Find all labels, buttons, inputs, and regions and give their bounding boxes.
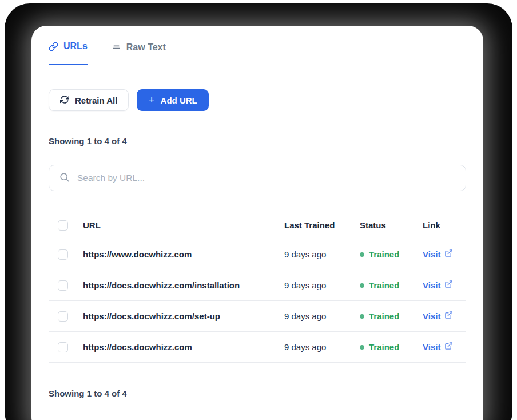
visit-link[interactable]: Visit [423,249,453,259]
retrain-all-button[interactable]: Retrain All [49,89,129,111]
external-link-icon [444,342,453,352]
url-cell: https://docs.docwhizz.com [83,342,284,352]
select-all-checkbox[interactable] [58,220,68,231]
visit-link-label: Visit [423,280,440,290]
results-summary-bottom: Showing 1 to 4 of 4 [49,389,466,398]
status-badge: Trained [360,280,423,290]
status-badge: Trained [360,311,423,321]
table-row: https://docs.docwhizz.com/installation 9… [49,270,466,301]
table-row: https://www.docwhizz.com 9 days ago Trai… [49,239,466,270]
column-header-status: Status [360,220,423,230]
text-lines-icon [112,42,121,52]
add-url-label: Add URL [161,96,197,105]
visit-link[interactable]: Visit [423,342,453,352]
last-trained-cell: 9 days ago [284,342,360,352]
urls-table: URL Last Trained Status Link https://www… [49,212,466,363]
external-link-icon [444,249,453,259]
column-header-last-trained: Last Trained [284,220,360,230]
status-dot-icon [360,314,364,319]
tab-raw-text[interactable]: Raw Text [112,41,166,65]
add-url-button[interactable]: + Add URL [137,89,208,111]
visit-link[interactable]: Visit [423,280,453,290]
row-checkbox[interactable] [58,311,68,322]
status-label: Trained [369,280,399,290]
tab-raw-text-label: Raw Text [126,42,166,53]
status-badge: Trained [360,342,423,352]
results-summary-top: Showing 1 to 4 of 4 [49,136,466,146]
visit-link-label: Visit [423,249,440,259]
column-header-url: URL [83,220,284,230]
last-trained-cell: 9 days ago [284,311,360,321]
row-checkbox[interactable] [58,342,68,352]
visit-link[interactable]: Visit [423,311,453,321]
table-header-row: URL Last Trained Status Link [49,212,466,239]
status-label: Trained [369,311,399,321]
status-label: Trained [369,249,399,259]
status-dot-icon [360,252,364,257]
status-dot-icon [360,283,364,288]
tab-urls-label: URLs [63,41,88,52]
table-row: https://docs.docwhizz.com 9 days ago Tra… [49,332,466,363]
url-cell: https://docs.docwhizz.com/set-up [83,311,284,321]
visit-link-label: Visit [423,311,440,321]
link-icon [49,42,58,51]
status-dot-icon [360,345,364,350]
toolbar: Retrain All + Add URL [49,89,466,111]
search-box [49,165,466,191]
refresh-icon [60,95,69,106]
external-link-icon [444,311,453,321]
status-badge: Trained [360,249,423,259]
retrain-all-label: Retrain All [75,96,117,105]
row-checkbox[interactable] [58,280,68,291]
row-checkbox[interactable] [58,249,68,260]
column-header-link: Link [423,220,466,230]
search-icon [59,172,70,185]
search-input[interactable] [76,172,456,184]
tab-urls[interactable]: URLs [49,41,88,65]
plus-icon: + [148,94,154,105]
status-label: Trained [369,342,399,352]
tab-bar: URLs Raw Text [49,26,466,65]
content-card: URLs Raw Text Retrain All [31,26,483,420]
external-link-icon [444,280,453,290]
url-cell: https://www.docwhizz.com [83,249,284,259]
url-cell: https://docs.docwhizz.com/installation [83,280,284,290]
last-trained-cell: 9 days ago [284,280,360,290]
last-trained-cell: 9 days ago [284,249,360,259]
table-row: https://docs.docwhizz.com/set-up 9 days … [49,301,466,332]
visit-link-label: Visit [423,342,440,352]
